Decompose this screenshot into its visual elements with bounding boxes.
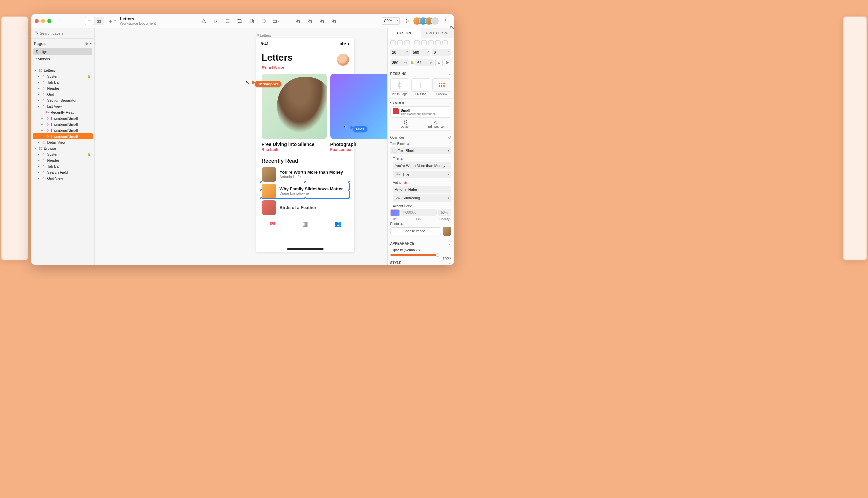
- layer-row[interactable]: ▸🗀Section Separator: [33, 97, 93, 103]
- choose-image-button[interactable]: Choose Image...: [390, 227, 441, 235]
- accent-hex-field[interactable]: #000000: [401, 209, 437, 216]
- override-title-value[interactable]: You're Worth More than Money: [393, 162, 451, 169]
- subtract-icon[interactable]: [306, 17, 313, 25]
- blend-mode-select[interactable]: Opacity (Normal): [390, 247, 422, 253]
- svg-rect-4: [250, 19, 252, 22]
- align-center-h-icon[interactable]: [397, 40, 403, 45]
- accent-color-swatch[interactable]: [390, 209, 400, 216]
- layer-row[interactable]: ▸▢Detail View: [33, 139, 93, 145]
- page-row[interactable]: Symbols: [33, 55, 92, 63]
- override-link-icon[interactable]: ◉: [400, 157, 403, 161]
- minimize-window[interactable]: [41, 19, 45, 23]
- distribute-v-icon[interactable]: [442, 40, 448, 45]
- layer-row[interactable]: ▸🗀Tab Bar: [33, 163, 93, 169]
- align-center-v-icon[interactable]: [421, 40, 427, 45]
- override-text-block-label: Text Block◉: [390, 141, 451, 146]
- scale-icon[interactable]: ▾: [272, 17, 279, 25]
- zoom-window[interactable]: [47, 19, 51, 23]
- grid-view-icon[interactable]: ▦: [95, 17, 103, 25]
- opacity-slider[interactable]: [390, 254, 438, 255]
- single-view-icon[interactable]: ▭: [86, 17, 94, 25]
- layer-row[interactable]: ▾🗀List View: [33, 103, 93, 109]
- override-link-icon[interactable]: ◉: [404, 181, 407, 184]
- layer-row[interactable]: ▸🗀Header: [33, 157, 93, 163]
- close-window[interactable]: [35, 19, 39, 23]
- chevron-down-icon[interactable]: ⌄: [448, 261, 451, 265]
- override-text-block-type[interactable]: ≡Text Block: [390, 147, 451, 154]
- align-bottom-icon[interactable]: [212, 17, 219, 25]
- artboard-letters[interactable]: 9:41 ııl ᯤ ▮ Letters Read Now Free Divin…: [257, 38, 354, 252]
- override-link-icon[interactable]: ◉: [407, 142, 410, 146]
- layer-row[interactable]: ▾▢Browse: [33, 145, 93, 151]
- zoom-value: 89%: [384, 19, 392, 23]
- layer-row[interactable]: ▸🗀Grid: [33, 91, 93, 97]
- status-signals: ııl ᯤ ▮: [340, 42, 350, 46]
- view-mode-toggle[interactable]: ▭ ▦: [85, 17, 104, 25]
- collaborator-more[interactable]: ⋯: [431, 17, 439, 25]
- layer-row[interactable]: ▸◇Thumbnail/Small: [33, 133, 93, 139]
- artboard-label[interactable]: Letters: [257, 33, 271, 37]
- intersect-icon[interactable]: [318, 17, 325, 25]
- add-page-icon[interactable]: ⊕: [86, 42, 88, 45]
- chevron-down-icon[interactable]: ⌄: [448, 72, 451, 76]
- override-author-value[interactable]: Antonin Hafer: [393, 186, 451, 193]
- union-icon[interactable]: [294, 17, 301, 25]
- distribute-icon[interactable]: [224, 17, 231, 25]
- mask-icon[interactable]: [248, 17, 255, 25]
- rotation-field[interactable]: 0°: [432, 49, 451, 56]
- distribute-h-icon[interactable]: [435, 40, 440, 45]
- tab-prototype[interactable]: PROTOTYPE: [421, 28, 454, 38]
- tab-design[interactable]: DESIGN: [388, 28, 421, 38]
- resize-pin-option[interactable]: Pin to Edge: [390, 78, 409, 96]
- group-selection-icon[interactable]: [236, 17, 243, 25]
- override-author-style[interactable]: AaSubheding: [393, 194, 451, 202]
- zoom-select[interactable]: 89%: [381, 17, 400, 25]
- feature-card-2: Photographi Fua Lamba: [330, 74, 387, 152]
- search-layers-input[interactable]: [34, 30, 92, 37]
- chevron-down-icon[interactable]: ⌄: [448, 242, 451, 245]
- layer-row[interactable]: ▸◇Thumbnail/Small: [33, 127, 93, 133]
- difference-icon[interactable]: [330, 17, 337, 25]
- layer-row[interactable]: ▸🗀Header: [33, 85, 93, 91]
- position-x-field[interactable]: 20X: [390, 49, 410, 56]
- align-right-icon[interactable]: [404, 40, 410, 45]
- preview-play-icon[interactable]: [404, 17, 411, 25]
- boolean-icon[interactable]: [260, 17, 267, 25]
- layer-row[interactable]: ▸🗀Tab Bar: [33, 79, 93, 85]
- flip-h-icon[interactable]: ▲: [435, 59, 443, 66]
- canvas[interactable]: Letters 9:41 ııl ᯤ ▮ Letters Read Now Fr…: [95, 28, 387, 265]
- position-y-field[interactable]: 580Y: [411, 49, 430, 56]
- detach-symbol-button[interactable]: ⛓Detach: [390, 120, 421, 128]
- align-top-icon[interactable]: [414, 40, 420, 45]
- chevron-down-icon[interactable]: ⌄: [448, 101, 451, 105]
- layer-row[interactable]: ▸🗀Search Field: [33, 169, 93, 175]
- collaborator-avatars[interactable]: ⋯: [415, 17, 439, 25]
- edit-source-button[interactable]: ◇Edit Source: [421, 120, 451, 128]
- align-left-icon[interactable]: [390, 40, 396, 45]
- override-title-style[interactable]: AaTitle: [393, 171, 451, 178]
- layer-row[interactable]: ▸◇Thumbnail/Small: [33, 121, 93, 127]
- pages-header: Pages ⊕▾: [31, 39, 94, 48]
- layer-row[interactable]: ▾▢Letters: [33, 67, 93, 73]
- resize-fix-option[interactable]: Fix Size: [411, 78, 430, 96]
- document-title-text: Letters: [120, 16, 156, 22]
- insert-button[interactable]: ＋▾: [107, 17, 117, 25]
- layer-row[interactable]: ▸🗀System🔒: [33, 151, 93, 157]
- size-h-field[interactable]: 64H: [415, 59, 434, 66]
- layer-row[interactable]: ▸AaRecently Read: [33, 109, 93, 115]
- pages-chevron-icon[interactable]: ▾: [90, 42, 92, 45]
- align-bottom-icon[interactable]: [428, 40, 434, 45]
- lock-aspect-icon[interactable]: 🔒: [410, 61, 414, 64]
- symbol-select[interactable]: SmallThis Document/Thumbnail/: [390, 106, 451, 118]
- size-w-field[interactable]: 350W: [390, 59, 409, 66]
- accent-opacity-field[interactable]: 50%: [438, 209, 451, 216]
- shape-tool-icon[interactable]: [200, 17, 207, 25]
- layer-row[interactable]: ▸🗀Grid View: [33, 175, 93, 181]
- page-row[interactable]: Design: [33, 48, 92, 55]
- notifications-icon[interactable]: [443, 17, 450, 25]
- flip-v-icon[interactable]: ▶: [444, 59, 451, 66]
- layer-row[interactable]: ▸◇Thumbnail/Small: [33, 115, 93, 121]
- override-link-icon[interactable]: ◉: [400, 222, 403, 226]
- reset-overrides-icon[interactable]: ↺: [448, 135, 451, 140]
- layer-row[interactable]: ▸🗀System🔒: [33, 73, 93, 79]
